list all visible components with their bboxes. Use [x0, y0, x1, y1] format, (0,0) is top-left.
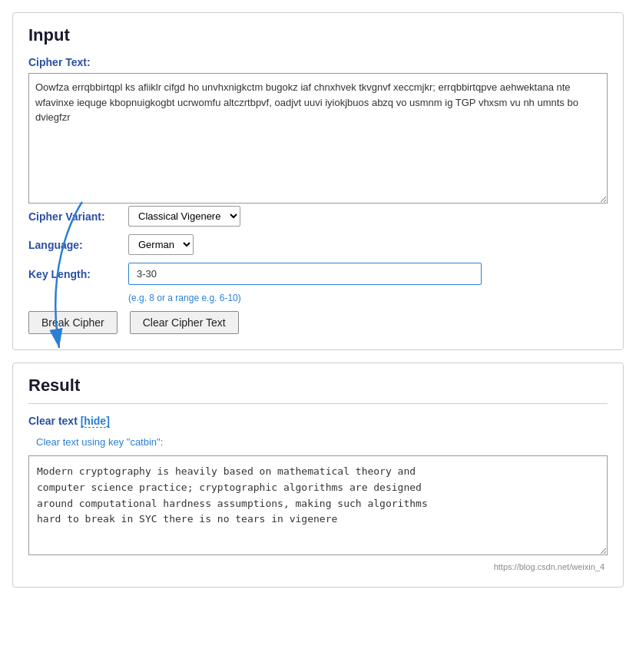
cipher-variant-select[interactable]: Classical Vigenere Beaufort Variant Beau… [128, 206, 240, 227]
clear-cipher-button[interactable]: Clear Cipher Text [130, 311, 239, 334]
result-title: Result [28, 376, 608, 396]
result-divider [28, 403, 608, 404]
key-length-hint: (e.g. 8 or a range e.g. 6-10) [128, 293, 608, 303]
language-label: Language: [28, 239, 121, 251]
cipher-variant-row: Cipher Variant: Classical Vigenere Beauf… [28, 206, 608, 227]
cipher-text-wrapper: Cipher Text: [28, 56, 608, 206]
clear-text-label: Clear text [28, 415, 78, 427]
cipher-variant-label: Cipher Variant: [28, 210, 121, 223]
cipher-text-input[interactable] [28, 73, 608, 204]
clear-text-header: Clear text [hide] [28, 415, 608, 427]
hide-link[interactable]: [hide] [81, 415, 110, 428]
key-length-label: Key Length: [28, 268, 121, 280]
clear-text-key-line: Clear text using key "catbin": [36, 436, 608, 448]
input-title: Input [28, 25, 608, 45]
result-text-area[interactable] [28, 455, 608, 555]
button-row: Break Cipher Clear Cipher Text [28, 311, 608, 334]
input-section: Input Cipher Text: Cipher Variant: Class… [12, 12, 624, 350]
result-section: Result Clear text [hide] Clear text usin… [12, 362, 624, 588]
language-row: Language: German English French Spanish … [28, 234, 608, 255]
key-length-row: Key Length: [28, 263, 608, 285]
watermark: https://blog.csdn.net/weixin_4 [28, 562, 608, 571]
key-length-input[interactable] [128, 263, 482, 285]
language-select[interactable]: German English French Spanish Italian [128, 234, 194, 255]
break-cipher-button[interactable]: Break Cipher [28, 311, 118, 334]
cipher-text-label: Cipher Text: [28, 56, 608, 68]
